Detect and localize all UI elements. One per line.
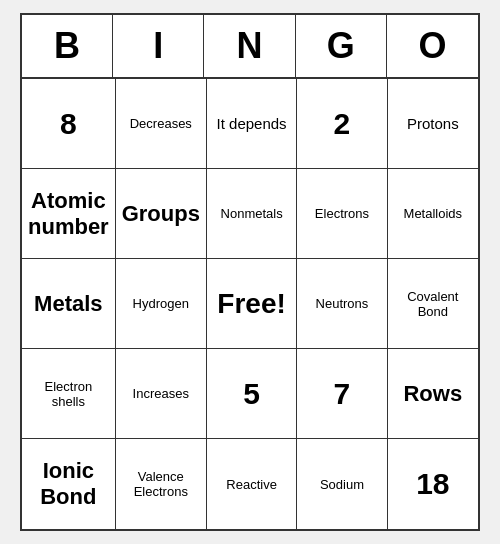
cell-r0-c1: Decreases (116, 79, 207, 169)
cell-r1-c1: Groups (116, 169, 207, 259)
cell-r2-c1: Hydrogen (116, 259, 207, 349)
bingo-header: BINGO (22, 15, 478, 79)
cell-r0-c3: 2 (297, 79, 387, 169)
cell-r3-c0: Electron shells (22, 349, 116, 439)
cell-r2-c0: Metals (22, 259, 116, 349)
cell-r4-c0: Ionic Bond (22, 439, 116, 529)
cell-r4-c4: 18 (388, 439, 478, 529)
cell-r4-c3: Sodium (297, 439, 387, 529)
cell-r0-c4: Protons (388, 79, 478, 169)
cell-r2-c4: Covalent Bond (388, 259, 478, 349)
cell-r4-c2: Reactive (207, 439, 297, 529)
cell-r3-c1: Increases (116, 349, 207, 439)
bingo-card: BINGO 8DecreasesIt depends2ProtonsAtomic… (20, 13, 480, 531)
cell-r1-c4: Metalloids (388, 169, 478, 259)
cell-r3-c4: Rows (388, 349, 478, 439)
cell-r2-c2: Free! (207, 259, 297, 349)
cell-r1-c3: Electrons (297, 169, 387, 259)
cell-r4-c1: Valence Electrons (116, 439, 207, 529)
header-letter: N (204, 15, 295, 77)
header-letter: O (387, 15, 478, 77)
header-letter: I (113, 15, 204, 77)
cell-r2-c3: Neutrons (297, 259, 387, 349)
cell-r3-c2: 5 (207, 349, 297, 439)
cell-r0-c2: It depends (207, 79, 297, 169)
cell-r1-c0: Atomic number (22, 169, 116, 259)
bingo-grid: 8DecreasesIt depends2ProtonsAtomic numbe… (22, 79, 478, 529)
header-letter: G (296, 15, 387, 77)
cell-r3-c3: 7 (297, 349, 387, 439)
cell-r1-c2: Nonmetals (207, 169, 297, 259)
header-letter: B (22, 15, 113, 77)
cell-r0-c0: 8 (22, 79, 116, 169)
